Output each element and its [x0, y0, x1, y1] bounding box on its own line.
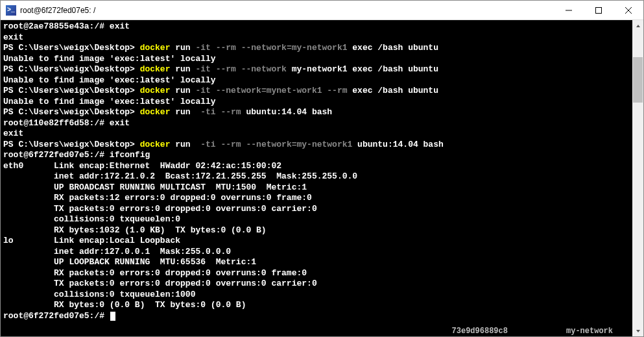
svg-rect-1 — [596, 7, 602, 13]
terminal-line: PS C:\Users\weigx\Desktop> docker run -i… — [3, 43, 630, 54]
minimize-button[interactable] — [554, 1, 584, 19]
terminal-line: Unable to find image 'exec:latest' local… — [3, 75, 630, 86]
terminal-line: PS C:\Users\weigx\Desktop> docker run -i… — [3, 64, 630, 75]
terminal-line: RX bytes:1032 (1.0 KB) TX bytes:0 (0.0 B… — [3, 225, 630, 236]
window-controls — [554, 1, 643, 19]
terminal-area: root@2ae78855e43a:/# exitexitPS C:\Users… — [1, 20, 643, 336]
terminal-line: PS C:\Users\weigx\Desktop> docker run -t… — [3, 107, 630, 118]
scroll-up-button[interactable] — [632, 20, 643, 31]
vertical-scrollbar[interactable] — [632, 20, 643, 336]
status-right: my-network — [566, 327, 613, 336]
terminal-line: root@2ae78855e43a:/# exit — [3, 21, 630, 32]
titlebar[interactable]: >_ root@6f272fed07e5: / — [1, 1, 643, 20]
terminal-line: eth0 Link encap:Ethernet HWaddr 02:42:ac… — [3, 161, 630, 172]
terminal-line: Unable to find image 'exec:latest' local… — [3, 97, 630, 108]
terminal-line: RX bytes:0 (0.0 B) TX bytes:0 (0.0 B) — [3, 300, 630, 311]
terminal-line: UP BROADCAST RUNNING MULTICAST MTU:1500 … — [3, 182, 630, 193]
terminal-line: UP LOOPBACK RUNNING MTU:65536 Metric:1 — [3, 257, 630, 268]
scroll-track[interactable] — [632, 31, 643, 325]
terminal-line: Unable to find image 'exec:latest' local… — [3, 54, 630, 65]
terminal-line: exit — [3, 32, 630, 44]
svg-marker-4 — [636, 25, 640, 27]
terminal[interactable]: root@2ae78855e43a:/# exitexitPS C:\Users… — [1, 20, 632, 336]
scroll-down-button[interactable] — [632, 325, 643, 336]
terminal-line: inet addr:127.0.0.1 Mask:255.0.0.0 — [3, 247, 630, 258]
terminal-line: root@110e82ff6d58:/# exit — [3, 118, 630, 129]
terminal-line: TX packets:0 errors:0 dropped:0 overruns… — [3, 204, 630, 215]
terminal-line: inet addr:172.21.0.2 Bcast:172.21.255.25… — [3, 171, 630, 182]
scroll-thumb[interactable] — [633, 57, 643, 103]
status-strip: 73e9d96889c8 my-network — [452, 326, 632, 336]
terminal-line: collisions:0 txqueuelen:0 — [3, 214, 630, 225]
terminal-line: root@6f272fed07e5:/# ifconfig — [3, 150, 630, 161]
powershell-icon: >_ — [6, 5, 16, 16]
terminal-line: PS C:\Users\weigx\Desktop> docker run -t… — [3, 140, 630, 151]
terminal-line: exit — [3, 129, 630, 140]
maximize-button[interactable] — [584, 1, 614, 19]
window-title: root@6f272fed07e5: / — [20, 6, 554, 15]
close-button[interactable] — [614, 1, 643, 19]
status-left: 73e9d96889c8 — [452, 327, 508, 336]
terminal-line: lo Link encap:Local Loopback — [3, 236, 630, 247]
terminal-line: RX packets:0 errors:0 dropped:0 overruns… — [3, 268, 630, 279]
terminal-line: RX packets:12 errors:0 dropped:0 overrun… — [3, 193, 630, 204]
terminal-line: TX packets:0 errors:0 dropped:0 overruns… — [3, 279, 630, 290]
terminal-line: collisions:0 txqueuelen:1000 — [3, 290, 630, 301]
app-window: >_ root@6f272fed07e5: / root@2ae78855e43… — [0, 0, 644, 337]
svg-marker-5 — [636, 330, 640, 332]
terminal-line: root@6f272fed07e5:/# — [3, 311, 630, 322]
terminal-line: PS C:\Users\weigx\Desktop> docker run -i… — [3, 86, 630, 97]
terminal-cursor — [110, 312, 115, 321]
